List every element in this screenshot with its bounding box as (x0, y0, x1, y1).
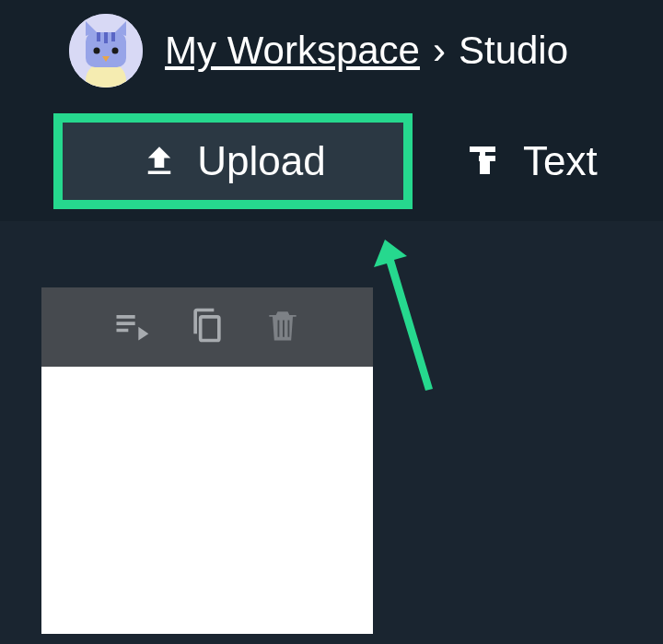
svg-point-8 (94, 48, 100, 54)
tab-text-label: Text (523, 138, 598, 184)
breadcrumb-separator: › (433, 29, 446, 73)
upload-icon (140, 142, 179, 181)
breadcrumb: My Workspace › Studio (165, 29, 568, 73)
playlist-icon[interactable] (111, 305, 152, 349)
breadcrumb-current: Studio (459, 29, 568, 73)
svg-rect-5 (97, 32, 100, 41)
text-format-icon (460, 139, 505, 183)
svg-point-9 (112, 48, 119, 54)
trash-icon[interactable] (262, 305, 303, 349)
slide-body[interactable] (41, 367, 373, 634)
svg-rect-11 (201, 317, 219, 341)
avatar[interactable] (69, 14, 143, 88)
tab-text[interactable]: Text (460, 113, 598, 209)
breadcrumb-workspace-link[interactable]: My Workspace (165, 29, 420, 73)
svg-rect-7 (111, 32, 115, 41)
copy-icon[interactable] (187, 305, 227, 349)
slide-card (41, 287, 373, 634)
svg-rect-6 (104, 32, 108, 43)
tab-bar: Upload Text (0, 101, 663, 221)
tab-upload-label: Upload (197, 138, 325, 184)
slide-toolbar (41, 287, 373, 367)
content-area (0, 221, 663, 634)
header-bar: My Workspace › Studio (0, 0, 663, 101)
tab-upload[interactable]: Upload (53, 113, 413, 209)
